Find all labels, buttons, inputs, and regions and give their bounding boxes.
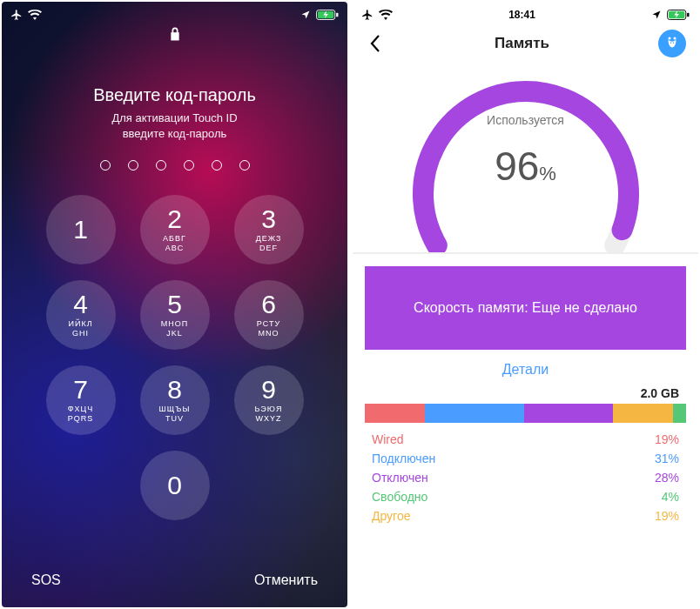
airplane-icon [10, 9, 23, 21]
sos-button[interactable]: SOS [31, 572, 61, 588]
keypad-key-3[interactable]: 3ДЕЖЗDEF [234, 195, 304, 264]
key-letters: ШЩЪЫTUV [159, 405, 191, 424]
passcode-dot [212, 160, 222, 171]
bar-segment-wired [365, 404, 425, 423]
key-letters: МНОПJKL [161, 319, 188, 338]
passcode-prompt: Введите код-пароль Для активации Touch I… [2, 85, 347, 141]
details-title: Детали [353, 362, 698, 378]
memory-bar [365, 404, 686, 423]
lock-icon [2, 26, 347, 45]
legend-name: Подключен [372, 452, 435, 465]
battery-icon [667, 10, 690, 20]
legend-row: Wired19% [372, 430, 679, 449]
legend-row: Отключен28% [372, 468, 679, 487]
keypad-key-2[interactable]: 2АБВГABC [140, 195, 210, 264]
memory-legend: Wired19%Подключен31%Отключен28%Свободно4… [372, 430, 679, 525]
prompt-title: Введите код-пароль [2, 85, 347, 105]
svg-point-6 [669, 37, 671, 40]
passcode-dots [2, 160, 347, 171]
cancel-button[interactable]: Отменить [254, 572, 318, 588]
passcode-dot [156, 160, 166, 171]
avatar[interactable] [658, 30, 686, 57]
svg-point-9 [673, 43, 675, 44]
key-letters: ДЕЖЗDEF [256, 234, 282, 253]
usage-gauge: Используется 96% [353, 63, 698, 254]
keypad-key-5[interactable]: 5МНОПJKL [140, 280, 210, 350]
keypad-key-0[interactable]: 0 [140, 451, 210, 520]
header: Память [353, 24, 698, 63]
key-number: 3 [261, 206, 276, 232]
keypad-key-9[interactable]: 9ЬЭЮЯWXYZ [234, 365, 304, 435]
legend-name: Свободно [372, 490, 427, 504]
legend-row: Подключен31% [372, 449, 679, 468]
legend-value: 19% [655, 509, 679, 523]
bar-segment-отключен [524, 404, 613, 423]
key-number: 4 [73, 291, 88, 318]
key-number: 6 [261, 291, 276, 318]
key-letters: ЬЭЮЯWXYZ [255, 405, 283, 424]
status-bar [2, 2, 347, 24]
keypad: 12АБВГABC3ДЕЖЗDEF4ИЙКЛGHI5МНОПJKL6РСТУMN… [44, 195, 306, 520]
passcode-dot [128, 160, 138, 171]
location-icon [300, 10, 311, 20]
legend-value: 19% [655, 432, 679, 446]
svg-rect-2 [336, 13, 338, 17]
svg-point-7 [674, 37, 676, 40]
bar-segment-свободно [673, 404, 686, 423]
key-letters: РСТУMNO [257, 319, 280, 338]
keypad-key-6[interactable]: 6РСТУMNO [234, 280, 304, 350]
legend-value: 31% [655, 452, 679, 465]
legend-value: 28% [655, 471, 679, 485]
key-number: 9 [261, 377, 276, 403]
svg-point-8 [670, 43, 672, 44]
legend-name: Wired [372, 432, 404, 446]
memory-speed-card[interactable]: Скорость памяти: Еще не сделано [365, 266, 686, 350]
key-number: 2 [167, 206, 182, 232]
passcode-dot [184, 160, 194, 171]
lockscreen: Введите код-пароль Для активации Touch I… [2, 2, 347, 607]
legend-name: Другое [372, 509, 410, 523]
key-number: 5 [167, 291, 182, 318]
keypad-key-1[interactable]: 1 [46, 195, 116, 264]
key-letters: ФХЦЧPQRS [68, 405, 94, 424]
passcode-dot [100, 160, 111, 171]
keypad-key-4[interactable]: 4ИЙКЛGHI [46, 280, 116, 350]
legend-value: 4% [662, 490, 679, 504]
keypad-key-7[interactable]: 7ФХЦЧPQRS [46, 365, 116, 435]
memory-screen: 18:41 Память Используется 96% [353, 2, 698, 607]
gauge-label: Используется [353, 113, 698, 127]
back-button[interactable] [365, 33, 386, 54]
key-number: 7 [73, 377, 88, 403]
bar-segment-другое [613, 404, 673, 423]
speed-label: Скорость памяти: Еще не сделано [414, 300, 637, 316]
wifi-icon [28, 10, 42, 20]
airplane-icon [361, 9, 374, 21]
key-letters: ИЙКЛGHI [68, 319, 92, 338]
wifi-icon [379, 10, 393, 20]
page-title: Память [386, 35, 658, 52]
total-memory: 2.0 GB [353, 378, 698, 404]
keypad-key-8[interactable]: 8ШЩЪЫTUV [140, 365, 210, 435]
location-icon [651, 10, 662, 20]
key-number: 1 [73, 217, 88, 243]
gauge-value: 96% [353, 143, 698, 190]
key-number: 8 [167, 377, 182, 403]
legend-name: Отключен [372, 471, 428, 485]
status-clock: 18:41 [508, 9, 535, 21]
passcode-dot [239, 160, 250, 171]
prompt-subtitle: Для активации Touch ID введите код-парол… [2, 110, 347, 141]
legend-row: Другое19% [372, 506, 679, 525]
key-letters: АБВГABC [163, 234, 186, 253]
svg-rect-5 [687, 13, 689, 17]
battery-icon [316, 10, 339, 20]
status-bar: 18:41 [353, 2, 698, 24]
legend-row: Свободно4% [372, 487, 679, 506]
key-number: 0 [167, 472, 182, 499]
bar-segment-подключен [425, 404, 523, 423]
